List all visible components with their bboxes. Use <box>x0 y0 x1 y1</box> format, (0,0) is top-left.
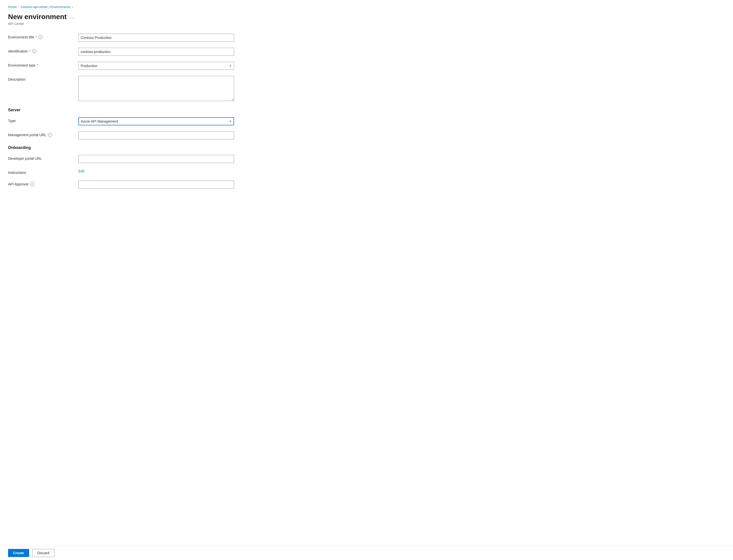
api-approver-control <box>78 181 234 189</box>
api-approver-label: API Approver i <box>8 181 78 186</box>
identification-required: * <box>29 49 31 53</box>
environment-type-control: Production Staging Development Testing ∨ <box>78 62 234 70</box>
discard-button[interactable]: Discard <box>32 549 55 557</box>
environment-title-info-icon[interactable]: i <box>39 35 43 39</box>
management-portal-url-row: Management portal URL i <box>8 131 234 139</box>
page-header: New environment ... <box>8 13 293 21</box>
description-label: Description <box>8 76 78 81</box>
description-row: Description <box>8 76 234 102</box>
management-portal-url-info-icon[interactable]: i <box>48 133 52 137</box>
api-approver-input[interactable] <box>78 181 234 189</box>
create-button[interactable]: Create <box>8 549 29 557</box>
server-section: Server Type Azure API Management Apigee … <box>8 108 234 139</box>
identification-input[interactable] <box>78 48 234 56</box>
environment-type-required: * <box>37 63 38 67</box>
breadcrumb: Home › contoso-api-center | Environments… <box>8 5 293 9</box>
developer-portal-url-input[interactable] <box>78 155 234 163</box>
breadcrumb-home[interactable]: Home <box>8 5 17 9</box>
environment-type-row: Environment type * Production Staging De… <box>8 62 234 70</box>
server-type-row: Type Azure API Management Apigee API Man… <box>8 117 234 125</box>
environment-type-select[interactable]: Production Staging Development Testing <box>78 62 234 70</box>
management-portal-url-input[interactable] <box>78 131 234 139</box>
environment-title-row: Environment title * i <box>8 34 234 42</box>
instructions-label: Instructions <box>8 169 78 175</box>
breadcrumb-separator-1: › <box>18 5 19 9</box>
breadcrumb-environments[interactable]: contoso-api-center | Environments <box>21 5 71 9</box>
api-approver-row: API Approver i <box>8 181 234 189</box>
onboarding-section-header: Onboarding <box>8 145 234 150</box>
developer-portal-url-label: Developer portal URL <box>8 155 78 161</box>
environment-type-label: Environment type * <box>8 62 78 67</box>
environment-title-control <box>78 34 234 42</box>
server-type-select-wrapper: Azure API Management Apigee API Manageme… <box>78 117 234 125</box>
environment-title-required: * <box>36 35 37 39</box>
page-container: Home › contoso-api-center | Environments… <box>0 0 301 560</box>
environment-type-select-wrapper: Production Staging Development Testing ∨ <box>78 62 234 70</box>
page-title: New environment <box>8 13 67 21</box>
description-textarea[interactable] <box>78 76 234 101</box>
footer-bar: Create Discard <box>0 546 733 560</box>
instructions-control: Edit <box>78 169 234 173</box>
environment-title-input[interactable] <box>78 34 234 42</box>
developer-portal-url-control <box>78 155 234 163</box>
server-type-select[interactable]: Azure API Management Apigee API Manageme… <box>78 117 234 125</box>
server-type-control: Azure API Management Apigee API Manageme… <box>78 117 234 125</box>
server-type-label: Type <box>8 117 78 123</box>
onboarding-section: Onboarding Developer portal URL Instruct… <box>8 145 234 189</box>
identification-label: Identification * i <box>8 48 78 53</box>
management-portal-url-label: Management portal URL i <box>8 131 78 137</box>
breadcrumb-separator-2: › <box>72 5 73 9</box>
identification-row: Identification * i <box>8 48 234 56</box>
identification-info-icon[interactable]: i <box>32 49 36 53</box>
instructions-row: Instructions Edit <box>8 169 234 175</box>
page-subtitle: API Center <box>8 22 293 26</box>
developer-portal-url-row: Developer portal URL <box>8 155 234 163</box>
description-control <box>78 76 234 102</box>
server-section-header: Server <box>8 108 234 112</box>
environment-title-label: Environment title * i <box>8 34 78 39</box>
management-portal-url-control <box>78 131 234 139</box>
instructions-edit-link[interactable]: Edit <box>78 169 84 173</box>
api-approver-info-icon[interactable]: i <box>30 182 34 186</box>
form-container: Environment title * i Identification * i… <box>8 34 234 189</box>
more-options-button[interactable]: ... <box>70 14 75 20</box>
identification-control <box>78 48 234 56</box>
